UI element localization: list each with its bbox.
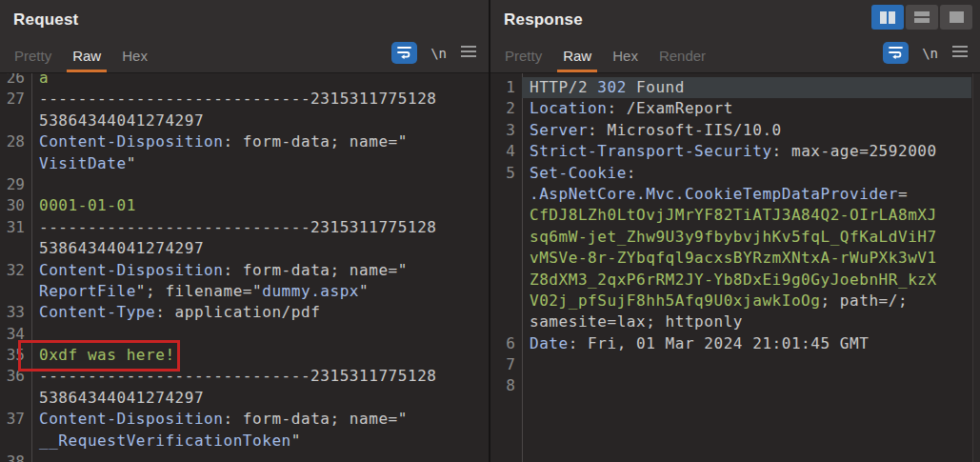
code-segment: VisitDate <box>39 154 127 172</box>
tab-hex[interactable]: Hex <box>602 40 649 72</box>
code-segment: Content-Disposition <box>39 410 223 428</box>
show-newlines-toggle[interactable]: \n <box>922 46 938 61</box>
code-segment: Server <box>530 121 588 139</box>
code-segment: : form-data; name=" <box>223 132 407 151</box>
tab-raw[interactable]: Raw <box>552 40 602 72</box>
request-panel-header: Request PrettyRawHex \n <box>0 0 489 73</box>
editor-row: vMSVe-8r-ZYbqfql9acxsBYRzmXNtxA-rWuPXk3w… <box>490 248 980 269</box>
code-segment: 53864344041274297 <box>39 111 204 130</box>
code-segment: "; filename=" <box>136 282 262 300</box>
word-wrap-toggle-button[interactable] <box>391 42 417 64</box>
editor-line-content: Content-Disposition: form-data; name=" <box>31 131 489 152</box>
editor-line-content: 0001-01-01 <box>31 195 489 216</box>
code-segment: Z8dXM3_2qxP6rRM2JY-Yb8DxEi9g0GyJoebnHR_k… <box>530 271 937 289</box>
editor-row: V02j_pfSujF8hh5Afq9U0xjawkIoOg; path=/; <box>490 291 980 311</box>
editor-row: 31----------------------------2315311775… <box>0 217 489 238</box>
editor-line-content <box>31 452 489 462</box>
editor-line-content: 53864344041274297 <box>31 110 489 131</box>
layout-switcher <box>871 5 972 30</box>
single-panel-button[interactable] <box>940 5 972 30</box>
editor-line-content: Z8dXM3_2qxP6rRM2JY-Yb8DxEi9g0GyJoebnHR_k… <box>522 270 971 291</box>
editor-row: 53864344041274297 <box>0 388 489 409</box>
word-wrap-icon <box>396 44 412 63</box>
split-rows-button[interactable] <box>906 5 938 30</box>
code-segment: a <box>39 73 49 87</box>
tab-raw[interactable]: Raw <box>62 40 111 72</box>
response-editor[interactable]: 1HTTP/2 302 Found2Location: /ExamReport3… <box>490 73 980 462</box>
code-segment: V02j_pfSujF8hh5Afq9U0xjawkIoOg <box>530 291 820 310</box>
split-columns-button[interactable] <box>871 5 904 30</box>
code-segment: ----------------------------231531177512… <box>39 367 437 385</box>
editor-row: 1HTTP/2 302 Found <box>490 77 980 98</box>
code-segment: " <box>127 154 136 172</box>
code-segment: Date <box>530 334 569 352</box>
code-segment: dummy.aspx <box>262 282 359 300</box>
response-tabs: PrettyRawHexRender <box>494 40 716 72</box>
tab-hex[interactable]: Hex <box>111 40 158 72</box>
line-number <box>0 153 31 174</box>
line-number: 4 <box>490 141 522 162</box>
line-number: 7 <box>490 354 522 375</box>
editor-row: 32Content-Disposition: form-data; name=" <box>0 260 489 281</box>
tab-pretty[interactable]: Pretty <box>494 40 552 72</box>
code-segment: : Fri, 01 Mar 2024 21:01:45 GMT <box>569 334 870 352</box>
request-panel: Request PrettyRawHex \n <box>0 0 489 462</box>
editor-line-content <box>522 375 971 396</box>
line-number: 2 <box>490 98 522 119</box>
editor-row: Z8dXM3_2qxP6rRM2JY-Yb8DxEi9g0GyJoebnHR_k… <box>490 270 980 291</box>
code-segment: samesite=lax; httponly <box>530 312 743 331</box>
editor-line-content: HTTP/2 302 Found <box>522 77 971 98</box>
request-editor[interactable]: 26a27----------------------------2315311… <box>0 73 489 462</box>
hamburger-menu-icon <box>951 45 969 61</box>
split-rows-icon <box>914 11 930 23</box>
response-panel: Response PrettyRawHexRender \n <box>490 0 980 462</box>
editor-line-content: Set-Cookie: <box>522 163 971 184</box>
editor-line-content: 53864344041274297 <box>31 388 489 409</box>
response-toolbar: \n <box>883 42 969 64</box>
scrollbar[interactable] <box>972 73 980 462</box>
line-number: 33 <box>0 302 31 323</box>
code-segment: : Microsoft-IIS/10.0 <box>588 121 782 139</box>
editor-row: 37Content-Disposition: form-data; name=" <box>0 409 489 430</box>
code-segment: : form-data; name=" <box>223 261 407 279</box>
editor-row: 28Content-Disposition: form-data; name=" <box>0 131 489 152</box>
editor-line-content: __RequestVerificationToken" <box>31 431 489 452</box>
editor-line-content: Location: /ExamReport <box>522 98 971 119</box>
editor-row: __RequestVerificationToken" <box>0 431 489 452</box>
show-newlines-toggle[interactable]: \n <box>430 46 447 61</box>
line-number <box>490 205 522 226</box>
request-tabs: PrettyRawHex <box>4 40 158 72</box>
line-number: 37 <box>0 409 31 430</box>
tab-pretty[interactable]: Pretty <box>4 40 62 72</box>
code-segment: " <box>359 282 369 300</box>
panel-divider[interactable] <box>489 0 490 462</box>
line-number: 29 <box>0 174 31 195</box>
split-columns-icon <box>880 11 895 24</box>
code-segment: Set-Cookie <box>530 164 627 182</box>
editor-menu-button[interactable] <box>951 45 969 62</box>
code-segment: : max-age=2592000 <box>772 142 937 160</box>
editor-row: 27----------------------------2315311775… <box>0 89 489 110</box>
editor-row: 8 <box>490 375 980 396</box>
code-segment: sq6mW-jet_Zhw9U3y9fbybvjhKv5fqL_QfKaLdVi… <box>530 228 937 246</box>
editor-row: 350xdf was here! <box>0 345 489 366</box>
editor-line-content: Date: Fri, 01 Mar 2024 21:01:45 GMT <box>522 333 971 354</box>
editor-row: 36----------------------------2315311775… <box>0 366 489 387</box>
line-number <box>0 281 31 302</box>
editor-row: samesite=lax; httponly <box>490 311 980 332</box>
editor-line-content: 0xdf was here! <box>31 345 489 366</box>
editor-line-content: Strict-Transport-Security: max-age=25920… <box>522 141 971 162</box>
word-wrap-toggle-button[interactable] <box>883 42 909 64</box>
tab-render[interactable]: Render <box>649 40 716 72</box>
code-segment: : /ExamReport <box>607 99 732 117</box>
line-number: 6 <box>490 333 522 354</box>
code-segment: " <box>291 432 301 450</box>
editor-line-content <box>31 174 489 195</box>
editor-line-content: 53864344041274297 <box>31 238 489 259</box>
editor-menu-button[interactable] <box>460 45 477 62</box>
editor-line-content: Content-Disposition: form-data; name=" <box>31 260 489 281</box>
editor-row: 5Set-Cookie: <box>490 163 980 184</box>
editor-line-content: ----------------------------231531177512… <box>31 89 489 110</box>
line-number: 27 <box>0 89 31 110</box>
line-number: 32 <box>0 260 31 281</box>
